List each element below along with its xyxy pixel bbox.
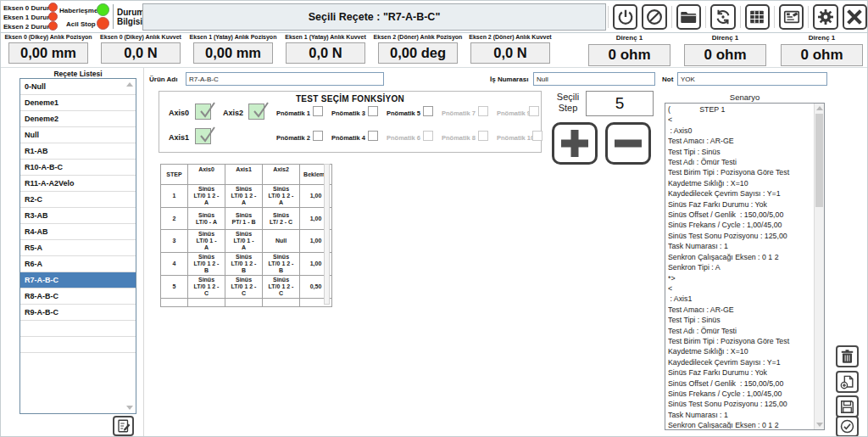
scenario-line: Kaydetme Sıklığı : X=10 xyxy=(668,346,813,356)
data-table-button[interactable] xyxy=(745,4,770,30)
list-item-selected[interactable]: R7-A-B-C xyxy=(20,272,136,289)
pneumatic5-label: Pnömatik 5 xyxy=(387,109,420,117)
table-row[interactable]: 5 Sinüs LT/0 1 2 - C Sinüs LT/0 1 2 - C … xyxy=(161,276,332,299)
new-copy-button[interactable] xyxy=(836,371,859,393)
selected-step-value: 5 xyxy=(586,91,654,116)
pneumatic5-checkbox[interactable] xyxy=(423,106,433,116)
table-row[interactable]: 4 Sinüs LT/0 1 2 - B Sinüs LT/0 1 2 - B … xyxy=(161,253,332,276)
step-table[interactable]: STEP Axis0 Axis1 Axis2 Bekleme 1 Sinüs L… xyxy=(160,164,332,307)
axis1-status-led xyxy=(48,12,58,21)
gear-icon xyxy=(816,8,835,26)
divider xyxy=(740,6,741,28)
list-item-empty xyxy=(20,337,136,353)
axis1-checkbox[interactable] xyxy=(195,128,211,144)
scenario-listbox[interactable]: ( STEP 1 < : Axis0 Test Amacı : AR-GE Te… xyxy=(665,103,825,430)
list-item[interactable]: R5-A xyxy=(20,240,136,256)
edit-recipe-button[interactable] xyxy=(113,416,134,436)
readout-value: 0,00 deg xyxy=(378,42,458,64)
pneumatic2-label: Pnömatik 2 xyxy=(276,134,310,142)
report-button[interactable] xyxy=(779,4,804,30)
list-item[interactable]: Null xyxy=(20,127,136,143)
save-button[interactable] xyxy=(836,395,859,417)
readout-resistance-1: Direnç 1 0 ohm xyxy=(587,34,671,66)
divider xyxy=(608,6,609,28)
list-item[interactable]: R1-AB xyxy=(20,143,136,160)
cell-step: 5 xyxy=(161,276,188,299)
cycle-settings-button[interactable] xyxy=(710,4,735,30)
list-item[interactable]: Deneme2 xyxy=(20,111,136,127)
readout-axis2-position: Eksen 2 (Döner) Anlık Pozisyon 0,00 deg xyxy=(372,34,464,64)
divider xyxy=(143,68,144,437)
scrollbar-thumb[interactable] xyxy=(815,114,823,207)
pneumatic1-checkbox[interactable] xyxy=(313,106,323,116)
top-bar: Eksen 0 Durum Eksen 1 Durum Eksen 2 Duru… xyxy=(1,1,868,33)
cell-axis0: Sinüs LT/0 1 2 - B xyxy=(188,253,225,276)
folder-icon xyxy=(679,8,698,26)
pneumatic4-checkbox[interactable] xyxy=(368,131,378,141)
note-input[interactable] xyxy=(677,72,827,86)
list-item[interactable]: R3-AB xyxy=(20,208,136,224)
delete-button[interactable] xyxy=(836,345,859,367)
axis2-checkbox[interactable] xyxy=(248,104,264,120)
divider xyxy=(1,67,868,68)
selected-step-label: Seçili Step xyxy=(554,92,582,114)
scenario-line: Test Tipi : Sinüs xyxy=(668,147,813,157)
table-row[interactable]: 3 Sinüs LT/0 1 - A Sinüs LT/0 1 - A Null… xyxy=(161,230,332,253)
table-row[interactable]: 1 Sinüs LT/0 1 2 - A Sinüs LT/0 1 2 - A … xyxy=(161,185,332,208)
readout-axis0-position: Eksen 0 (Dikey) Anlık Pozisyon 0,00 mm xyxy=(3,34,94,64)
list-item-empty xyxy=(20,321,136,337)
step-decrease-button[interactable] xyxy=(605,122,651,165)
close-button[interactable] xyxy=(843,4,867,30)
scenario-line: Sinüs Offset / Genlik : 150,00/5,00 xyxy=(668,378,813,389)
readout-value: 0,00 mm xyxy=(193,42,273,64)
copy-new-icon xyxy=(839,374,855,390)
settings-button[interactable] xyxy=(813,4,837,30)
check-circle-icon xyxy=(839,418,855,434)
estop-led xyxy=(97,17,109,30)
app-window: Eksen 0 Durum Eksen 1 Durum Eksen 2 Duru… xyxy=(0,0,868,437)
list-item[interactable]: R10-A-B-C xyxy=(20,160,136,176)
scenario-line: Test Adı : Ömür Testi xyxy=(668,157,813,167)
list-item[interactable]: Deneme1 xyxy=(20,95,136,111)
power-button[interactable] xyxy=(613,4,637,30)
note-label: Not xyxy=(662,76,673,83)
scroll-down-arrow[interactable] xyxy=(126,406,133,410)
table-row[interactable]: 2 Sinüs LT/0 - A Sinüs PT/ 1 - B Sinüs L… xyxy=(161,208,332,230)
scenario-scrollbar[interactable] xyxy=(814,104,824,429)
pneumatic3-label: Pnömatik 3 xyxy=(331,109,365,117)
check-icon xyxy=(198,125,218,145)
step-increase-button[interactable] xyxy=(552,122,598,165)
scroll-down-arrow[interactable] xyxy=(816,423,823,427)
job-number-input[interactable] xyxy=(533,72,655,86)
pneumatic7-label: Pnömatik 7 xyxy=(442,109,476,117)
list-item[interactable]: R2-C xyxy=(20,192,136,208)
scroll-up-arrow[interactable] xyxy=(816,106,823,110)
open-recipe-button[interactable] xyxy=(676,4,701,30)
pneumatic3-checkbox[interactable] xyxy=(368,106,378,116)
list-item[interactable]: 0-Null xyxy=(20,79,136,95)
list-item[interactable]: R8-A-B-C xyxy=(20,289,136,305)
product-name-input[interactable] xyxy=(186,72,384,86)
list-item[interactable]: R9-A-B-C xyxy=(20,305,136,321)
col-header-axis2: Axis2 xyxy=(263,165,300,185)
scroll-up-arrow[interactable] xyxy=(126,82,133,87)
confirm-button[interactable] xyxy=(836,416,859,437)
list-item[interactable]: R11-A-A2Velo xyxy=(20,176,136,192)
table-scrollbar[interactable] xyxy=(324,164,330,305)
cell-axis2: Sinüs LT/0 1 2 - B xyxy=(263,253,300,276)
table-row-partial xyxy=(161,299,332,307)
pneumatic2-checkbox[interactable] xyxy=(313,131,323,141)
scenario-line: : Axis0 xyxy=(668,126,813,136)
scenario-line: *> xyxy=(668,273,813,283)
readout-value: 0,0 N xyxy=(470,42,550,64)
list-item[interactable]: R4-AB xyxy=(20,224,136,240)
stop-button[interactable] xyxy=(642,4,666,30)
col-header-axis1: Axis1 xyxy=(225,165,263,185)
cell-axis0: Sinüs LT/0 1 2 - C xyxy=(188,276,225,299)
recipe-listbox[interactable]: 0-Null Deneme1 Deneme2 Null R1-AB R10-A-… xyxy=(19,78,136,414)
scenario-line: Test Amacı : AR-GE xyxy=(668,136,813,146)
axis0-checkbox[interactable] xyxy=(195,104,211,120)
list-item[interactable]: R6-A xyxy=(20,256,136,272)
edit-icon xyxy=(116,418,131,434)
readout-value: 0 ohm xyxy=(684,44,766,66)
